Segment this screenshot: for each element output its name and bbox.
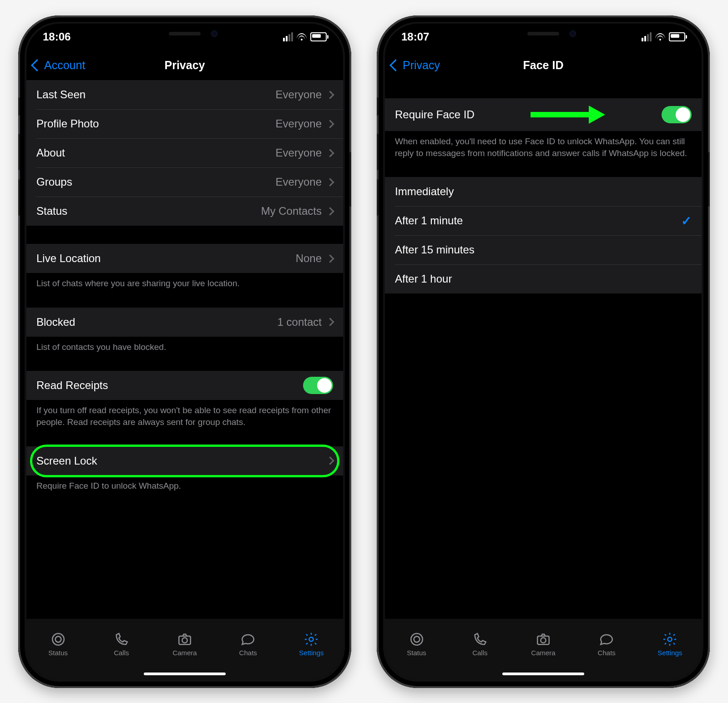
- camera-icon: [536, 632, 551, 647]
- status-row[interactable]: Status My Contacts: [26, 197, 343, 226]
- row-label: About: [36, 147, 65, 159]
- screen-lock-row[interactable]: Screen Lock: [26, 446, 343, 475]
- tab-label: Chats: [239, 649, 257, 657]
- tab-settings[interactable]: Settings: [280, 619, 343, 669]
- volume-up-button: [377, 134, 379, 170]
- groups-row[interactable]: Groups Everyone: [26, 167, 343, 197]
- row-label: Blocked: [36, 316, 75, 329]
- tab-status[interactable]: Status: [26, 619, 90, 669]
- privacy-settings-list: Last Seen Everyone Profile Photo Everyon…: [26, 80, 343, 630]
- blocked-row[interactable]: Blocked 1 contact: [26, 308, 343, 337]
- camera-icon: [177, 632, 192, 647]
- page-title: Face ID: [523, 59, 564, 72]
- profile-photo-row[interactable]: Profile Photo Everyone: [26, 109, 343, 138]
- volume-down-button: [18, 179, 20, 216]
- checkmark-icon: ✓: [681, 213, 692, 228]
- chevron-right-icon: [326, 149, 334, 157]
- tab-label: Camera: [172, 649, 197, 657]
- row-label: Profile Photo: [36, 117, 99, 130]
- screen: 18:06 Account Privacy Last Seen: [26, 24, 343, 680]
- nav-bar: Privacy Face ID: [385, 50, 702, 80]
- earpiece: [527, 32, 559, 35]
- back-label: Privacy: [403, 59, 440, 72]
- tab-bar: Status Calls Camera Chats Settings: [26, 619, 343, 680]
- require-faceid-row[interactable]: Require Face ID: [385, 98, 702, 131]
- chevron-right-icon: [326, 178, 334, 186]
- last-seen-row[interactable]: Last Seen Everyone: [26, 80, 343, 109]
- tab-calls[interactable]: Calls: [90, 619, 153, 669]
- tab-label: Status: [48, 649, 68, 657]
- tab-chats[interactable]: Chats: [575, 619, 638, 669]
- svg-point-0: [52, 633, 64, 645]
- chevron-right-icon: [326, 456, 334, 465]
- live-location-row[interactable]: Live Location None: [26, 244, 343, 273]
- notch: [475, 24, 612, 44]
- silent-switch: [18, 97, 20, 116]
- tab-label: Status: [407, 649, 426, 657]
- chevron-right-icon: [326, 91, 334, 99]
- chat-icon: [599, 632, 614, 647]
- page-title: Privacy: [165, 59, 205, 72]
- require-faceid-toggle[interactable]: [662, 106, 692, 123]
- screen-lock-note: Require Face ID to unlock WhatsApp.: [26, 475, 343, 492]
- row-value: My Contacts: [261, 205, 322, 217]
- row-label: Read Receipts: [36, 379, 108, 392]
- timeout-row-1min[interactable]: After 1 minute ✓: [385, 206, 702, 235]
- tab-chats[interactable]: Chats: [217, 619, 280, 669]
- row-value: Everyone: [276, 88, 322, 101]
- tab-camera[interactable]: Camera: [511, 619, 575, 669]
- read-receipts-toggle[interactable]: [303, 377, 333, 394]
- gear-icon: [662, 632, 677, 647]
- tab-bar: Status Calls Camera Chats Settings: [385, 619, 702, 680]
- svg-point-1: [55, 636, 61, 642]
- row-value: 1 contact: [278, 316, 322, 329]
- chevron-right-icon: [326, 318, 334, 326]
- two-phone-comparison: 18:06 Account Privacy Last Seen: [0, 0, 728, 703]
- back-button[interactable]: Privacy: [391, 50, 440, 80]
- tab-status[interactable]: Status: [385, 619, 448, 669]
- read-receipts-note: If you turn off read receipts, you won't…: [26, 400, 343, 428]
- row-value: Everyone: [276, 147, 322, 159]
- screen: 18:07 Privacy Face ID Require Face ID: [385, 24, 702, 680]
- notch: [116, 24, 253, 44]
- silent-switch: [377, 97, 379, 116]
- row-label: After 1 hour: [395, 273, 452, 285]
- row-label: Require Face ID: [395, 108, 475, 121]
- tab-camera[interactable]: Camera: [153, 619, 216, 669]
- tab-calls[interactable]: Calls: [448, 619, 511, 669]
- tab-label: Settings: [299, 649, 324, 657]
- timeout-row-immediately[interactable]: Immediately: [385, 177, 702, 206]
- timeout-row-15min[interactable]: After 15 minutes: [385, 235, 702, 264]
- read-receipts-row[interactable]: Read Receipts: [26, 371, 343, 400]
- about-row[interactable]: About Everyone: [26, 138, 343, 167]
- status-time: 18:07: [401, 30, 429, 43]
- status-icon: [409, 632, 425, 647]
- row-value: Everyone: [276, 117, 322, 130]
- timeout-row-1hour[interactable]: After 1 hour: [385, 264, 702, 293]
- live-location-note: List of chats where you are sharing your…: [26, 273, 343, 289]
- home-indicator[interactable]: [502, 673, 584, 675]
- row-label: Live Location: [36, 252, 101, 265]
- cellular-signal-icon: [642, 32, 652, 41]
- svg-point-9: [668, 637, 672, 641]
- tab-settings[interactable]: Settings: [638, 619, 702, 669]
- phone-icon: [472, 632, 488, 647]
- gear-icon: [303, 632, 319, 647]
- chevron-right-icon: [326, 254, 334, 263]
- front-camera: [211, 30, 217, 37]
- row-label: Screen Lock: [36, 455, 97, 467]
- chevron-left-icon: [389, 59, 402, 71]
- row-label: Status: [36, 205, 67, 217]
- tab-label: Settings: [657, 649, 682, 657]
- battery-icon: [310, 32, 327, 41]
- status-icon: [51, 632, 66, 647]
- volume-up-button: [18, 134, 20, 170]
- nav-bar: Account Privacy: [26, 50, 343, 80]
- svg-point-8: [541, 637, 546, 642]
- back-button[interactable]: Account: [33, 50, 85, 80]
- chat-icon: [240, 632, 256, 647]
- tab-label: Camera: [531, 649, 555, 657]
- home-indicator[interactable]: [144, 673, 226, 675]
- svg-point-4: [309, 637, 313, 641]
- row-label: Last Seen: [36, 88, 86, 101]
